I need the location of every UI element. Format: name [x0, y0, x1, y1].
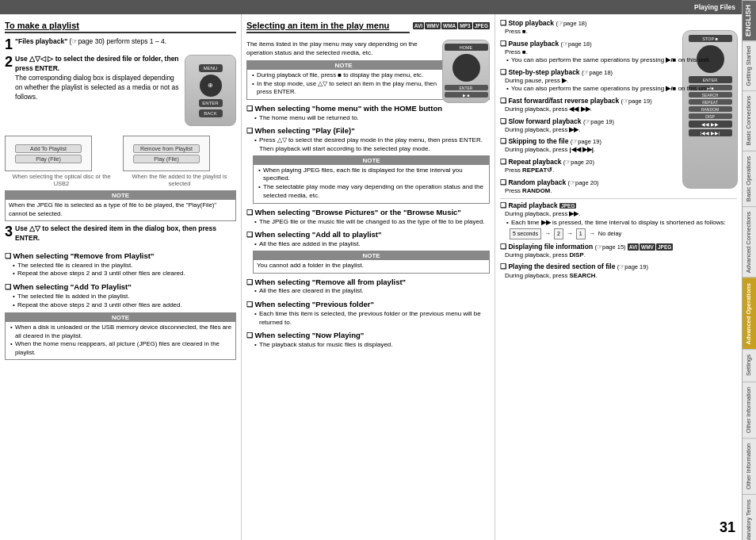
tab-advanced-operations[interactable]: Advanced Operations — [743, 278, 756, 350]
note2-title: NOTE — [6, 313, 235, 322]
add-to-playlist-btn: Add To Playlist — [15, 144, 81, 153]
badge-wmv: WMV — [425, 22, 441, 29]
rapid-bullet: Each time ▶▶ is pressed, the time interv… — [505, 219, 726, 226]
r-btn-skip: |◀◀ ▶▶| — [689, 129, 732, 136]
play-file-section: When selecting "Play (File)" Press △▽ to… — [246, 126, 490, 203]
add-bullet-1: The selected file is added in the playli… — [11, 293, 236, 301]
rapid-item: Rapid playback JPEG During playback, pre… — [500, 201, 737, 239]
dialog-row: Add To Playlist Play (File) When selecti… — [5, 136, 236, 187]
add-all-note-title: NOTE — [254, 251, 489, 260]
step-bullet: You can also perform the same operations… — [505, 85, 711, 92]
note2-bullet-1: When a disk is unloaded or the USB memor… — [9, 324, 232, 340]
prev-folder-section: When selecting "Previous folder" Each ti… — [246, 300, 490, 327]
now-playing-body: The playback status for music files is d… — [246, 341, 490, 350]
remote-image-1: MENU ⊕ ENTER BACK — [185, 55, 236, 126]
left-section-title: To make a playlist — [5, 21, 236, 33]
remote-control-1: MENU ⊕ ENTER BACK — [185, 55, 236, 126]
remove-playlist-section: When selecting "Remove from Playlist" Th… — [5, 251, 236, 278]
desired-section-item: Playing the desired section of file (☞pa… — [500, 262, 737, 280]
browse-section: When selecting "Browse Pictures" or the … — [246, 208, 490, 226]
remote-top-btn: MENU — [199, 64, 223, 72]
rapid-arrow2: → — [567, 230, 573, 239]
note-box-1: NOTE When the JPEG file is selected as a… — [5, 190, 236, 221]
step2-content: MENU ⊕ ENTER BACK Use △▽◁ ▷ to select th… — [15, 55, 236, 128]
play-file-btn2: Play (File) — [133, 155, 199, 163]
tab-getting-started[interactable]: Getting Started — [743, 40, 756, 90]
tab-explanatory[interactable]: Explanatory Terms — [743, 494, 756, 540]
playing-files-label: Playing Files — [694, 3, 735, 11]
remote-enter-btn: ENTER — [199, 99, 223, 107]
rapid-body: During playback, press ▶▶. Each time ▶▶ … — [500, 210, 737, 239]
fi-badge-jpeg: JPEG — [656, 243, 673, 251]
rapid-diagram: 5 seconds → 2 → 1 → No delay — [505, 228, 737, 239]
rapid-badge: JPEG — [559, 203, 576, 209]
play-file-note-title: NOTE — [254, 156, 489, 165]
dialog-box-left: Add To Playlist Play (File) — [5, 136, 92, 171]
badge-avi: AVI — [413, 22, 424, 29]
rapid-1: 1 — [576, 228, 586, 239]
dialog-box-right: Remove from Playlist Play (File) — [123, 136, 210, 171]
remove-all-bullet: All the files are cleared in the playlis… — [253, 287, 490, 296]
add-playlist-section: When selecting "Add To Playlist" The sel… — [5, 282, 236, 309]
divider — [500, 198, 737, 199]
badge-jpeg: JPEG — [473, 22, 490, 29]
note2-bullet-2: When the home menu reappears, all pictur… — [9, 340, 232, 357]
add-all-note: NOTE You cannot add a folder in the play… — [253, 251, 490, 274]
browse-bullet: The JPEG file or the music file will be … — [253, 218, 490, 227]
r-btn-enter: ENTER — [689, 76, 732, 83]
tab-basic-operations[interactable]: Basic Operations — [743, 151, 756, 206]
tab-bar: ENGLISH Getting Started Basic Connection… — [742, 0, 756, 540]
r-btn-random: RANDOM — [689, 106, 732, 112]
remove-bullet-2: Repeat the above steps 2 and 3 until oth… — [11, 270, 236, 278]
r-btn-rw: ◀◀ ▶▶ — [689, 121, 732, 128]
r-btn-search: SEARCH — [689, 92, 732, 98]
add-playlist-title: When selecting "Add To Playlist" — [5, 282, 236, 293]
tab-advanced-connections[interactable]: Advanced Connections — [743, 206, 756, 278]
browse-body: The JPEG file or the music file will be … — [246, 218, 490, 227]
r-btn1: STOP ■ — [689, 35, 732, 42]
tab-other-info2[interactable]: Other Information — [743, 438, 756, 494]
mid-section-title: Selecting an item in the play menu — [246, 21, 410, 33]
tab-basic-connections[interactable]: Basic Connections — [743, 90, 756, 150]
now-playing-title: When selecting "Now Playing" — [246, 331, 490, 341]
remove-all-title: When selecting "Remove all from playlist… — [246, 278, 490, 288]
tab-settings[interactable]: Settings — [743, 349, 756, 381]
play-file-note-b2: The selectable play mode may vary depend… — [257, 183, 486, 201]
step3-content: Use △▽ to select the desired item in the… — [15, 224, 236, 243]
step2-text: Use △▽◁ ▷ to select the desired file or … — [15, 55, 179, 72]
step3-number: 3 — [5, 224, 13, 247]
badge-mp3: MP3 — [458, 22, 472, 29]
media-badges-mid: AVI WMV WMA MP3 JPEG — [413, 22, 490, 29]
file-info-badges: AVI WMV JPEG — [628, 243, 674, 251]
rapid-arrow1: → — [544, 230, 551, 239]
home-menu-bullet: The home menu will be returned to. — [253, 114, 490, 123]
fi-badge-avi: AVI — [628, 243, 639, 251]
right-column: STOP ■ ENTER ▶/■ SEARCH REPEAT RANDOM DI… — [495, 14, 742, 540]
rapid-nodelay: No delay — [598, 230, 622, 238]
step1-text: "Files playback" — [15, 37, 70, 45]
add-all-body: All the files are added in the playlist.… — [246, 240, 490, 274]
note1-text: When the JPEG file is selected as a type… — [9, 201, 232, 218]
step1-pageref: (☞page 30) — [70, 37, 105, 45]
mid-column: Selecting an item in the play menu AVI W… — [242, 14, 495, 540]
remote-dpad: ⊕ — [200, 75, 222, 97]
r-btn-disp: DISP — [689, 113, 732, 119]
step1-content: "Files playback" (☞page 30) perform step… — [15, 37, 166, 48]
add-all-note-text: You cannot add a folder in the playlist. — [257, 262, 486, 270]
home-menu-body: The home menu will be returned to. — [246, 114, 490, 123]
step2-number: 2 — [5, 55, 13, 132]
home-menu-title: When selecting "home menu" with the HOME… — [246, 104, 490, 114]
add-all-bullet: All the files are added in the playlist. — [253, 240, 490, 249]
tab-other-info[interactable]: Other Information — [743, 381, 756, 438]
tab-english[interactable]: ENGLISH — [743, 0, 756, 40]
mid-remote-btn1: HOME — [445, 44, 488, 51]
step1-number: 1 — [5, 37, 13, 52]
stop-title: Stop playback (☞page 18) — [500, 19, 737, 28]
prev-folder-body: Each time this item is selected, the pre… — [246, 310, 490, 327]
play-file-bullet: Press △▽ to select the desired play mode… — [253, 136, 490, 154]
rapid-5s: 5 seconds — [510, 228, 541, 239]
browse-title: When selecting "Browse Pictures" or the … — [246, 208, 490, 218]
step3-text: Use △▽ to select the desired item in the… — [15, 224, 216, 242]
file-info-item: Displaying file information (☞page 15) A… — [500, 243, 737, 260]
note-box-2: NOTE When a disk is unloaded or the USB … — [5, 312, 236, 360]
